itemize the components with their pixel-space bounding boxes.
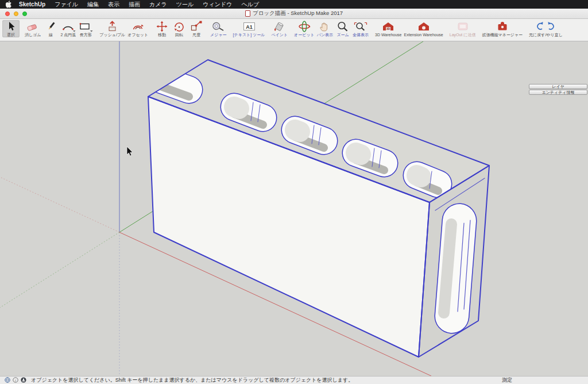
menu-item-app[interactable]: SketchUp — [14, 0, 50, 9]
tool-rotate[interactable]: 回転 — [171, 20, 188, 37]
tool-label: 元に戻す/やり直し — [529, 33, 563, 37]
tool-label: LayOut に送信 — [450, 33, 476, 37]
status-hint: オブジェクトを選択してください。Shift キーを押したまま選択するか、またはマ… — [31, 377, 353, 384]
apple-menu-icon[interactable] — [6, 1, 12, 8]
tool-label: オフセット — [127, 33, 148, 37]
tool-pan[interactable]: パン表示 — [316, 20, 334, 37]
tool-paint[interactable]: ペイント — [270, 20, 289, 37]
tool-label: 拡張機能マネージャー — [482, 33, 523, 37]
tool-text[interactable]: A1[テキスト] ツール — [232, 20, 266, 37]
line-icon — [44, 21, 59, 32]
menu-item-7[interactable]: ウィンドウ — [198, 0, 237, 9]
document-icon — [245, 10, 250, 17]
tool-orbit[interactable]: オービット — [293, 20, 316, 37]
tool-label: 回転 — [175, 33, 183, 37]
window-controls — [5, 11, 27, 16]
layout-icon — [455, 21, 470, 32]
menu-bar: SketchUpファイル編集表示描画カメラツールウィンドウヘルプ — [0, 0, 588, 9]
credits-icon[interactable]: i — [13, 377, 18, 384]
arc-icon — [61, 21, 76, 32]
extwarehouse-icon — [416, 21, 431, 32]
tool-eraser[interactable]: 消しゴム — [24, 20, 42, 37]
select-icon — [3, 21, 18, 32]
menu-item-5[interactable]: カメラ — [145, 0, 172, 9]
minimize-button[interactable] — [14, 11, 18, 16]
toolbar: 選択消しゴム線2 点円弧長方形プッシュ/プルオフセット移動回転尺度メジャーA1[… — [0, 19, 588, 41]
menu-item-2[interactable]: 編集 — [83, 0, 103, 9]
measurement-label: 測定 — [502, 377, 512, 384]
undoredo-icon — [536, 21, 555, 32]
tool-label: 2 点円弧 — [61, 33, 76, 37]
extmanager-icon — [495, 21, 510, 32]
viewport: レイヤ エンティティ情報 — [0, 41, 588, 376]
menu-bar-items: SketchUpファイル編集表示描画カメラツールウィンドウヘルプ — [14, 0, 264, 9]
sketchup-window: SketchUpファイル編集表示描画カメラツールウィンドウヘルプ ブロック描画 … — [0, 0, 588, 384]
tool-label: 線 — [49, 33, 53, 37]
tool-label: 選択 — [7, 33, 15, 37]
offset-icon — [130, 21, 145, 32]
tool-label: 消しゴム — [25, 33, 41, 37]
close-button[interactable] — [5, 11, 10, 16]
status-icons: i — [5, 377, 26, 384]
tool-extwarehouse[interactable]: Extension Warehouse — [403, 20, 444, 37]
measurement-input[interactable] — [516, 377, 583, 383]
text-icon: A1 — [242, 21, 257, 32]
tool-pushpull[interactable]: プッシュ/プル — [98, 20, 126, 37]
tool-label: 3D Warehouse — [375, 33, 401, 37]
tool-label: 移動 — [158, 33, 166, 37]
geolocation-icon[interactable] — [5, 377, 10, 384]
toolbar-items: 選択消しゴム線2 点円弧長方形プッシュ/プルオフセット移動回転尺度メジャーA1[… — [2, 20, 564, 37]
svg-text:3D: 3D — [386, 27, 390, 30]
eraser-icon — [25, 21, 40, 32]
tool-label: ペイント — [271, 33, 288, 37]
tool-arc[interactable]: 2 点円弧 — [60, 20, 78, 37]
rect-icon — [78, 21, 93, 32]
title-bar: ブロック描画 - SketchUp Make 2017 — [0, 9, 588, 19]
tool-label: 尺度 — [192, 33, 200, 37]
pan-icon — [318, 21, 332, 32]
menu-item-4[interactable]: 描画 — [124, 0, 145, 9]
tool-label: プッシュ/プル — [99, 33, 125, 37]
tool-scale[interactable]: 尺度 — [188, 20, 205, 37]
tool-line[interactable]: 線 — [42, 20, 60, 37]
tool-extmanager[interactable]: 拡張機能マネージャー — [481, 20, 524, 37]
tool-label: オービット — [294, 33, 315, 37]
move-icon — [154, 21, 169, 32]
scale-icon — [189, 21, 204, 32]
tool-layout[interactable]: LayOut に送信 — [448, 20, 477, 37]
tool-zoomext[interactable]: 全体表示 — [351, 20, 370, 37]
tool-move[interactable]: 移動 — [153, 20, 171, 37]
menu-item-1[interactable]: ファイル — [50, 0, 83, 9]
paint-icon — [272, 21, 287, 32]
entity-info-tray-button[interactable]: エンティティ情報 — [529, 90, 587, 95]
pushpull-icon — [105, 21, 120, 32]
zoom-button[interactable] — [22, 11, 27, 16]
layers-tray-button[interactable]: レイヤ — [529, 84, 587, 89]
menu-item-3[interactable]: 表示 — [103, 0, 124, 9]
zoom-icon — [335, 21, 350, 32]
orbit-icon — [297, 21, 312, 32]
menu-item-8[interactable]: ヘルプ — [237, 0, 264, 9]
tool-select[interactable]: 選択 — [2, 20, 20, 37]
tool-label: ズーム — [336, 33, 349, 37]
tool-warehouse3d[interactable]: 3D3D Warehouse — [374, 20, 403, 37]
status-bar: i オブジェクトを選択してください。Shift キーを押したまま選択するか、また… — [0, 376, 588, 384]
block-model[interactable] — [148, 60, 489, 357]
zoomext-icon — [353, 21, 368, 32]
warehouse3d-icon: 3D — [381, 21, 396, 32]
tool-measure[interactable]: メジャー — [209, 20, 228, 37]
tray-buttons: レイヤ エンティティ情報 — [529, 84, 587, 95]
window-title: ブロック描画 - SketchUp Make 2017 — [253, 10, 343, 17]
tool-undoredo[interactable]: 元に戻す/やり直し — [528, 20, 564, 37]
tool-label: メジャー — [210, 33, 227, 37]
tool-offset[interactable]: オフセット — [126, 20, 149, 37]
tool-rect[interactable]: 長方形 — [77, 20, 94, 37]
measure-icon — [211, 21, 226, 32]
tool-label: [テキスト] ツール — [233, 33, 265, 37]
tool-zoom[interactable]: ズーム — [334, 20, 351, 37]
menu-item-6[interactable]: ツール — [172, 0, 198, 9]
drawing-canvas[interactable] — [0, 41, 588, 376]
rotate-icon — [172, 21, 187, 32]
claim-account-icon[interactable] — [21, 377, 26, 384]
mouse-cursor — [127, 147, 133, 156]
